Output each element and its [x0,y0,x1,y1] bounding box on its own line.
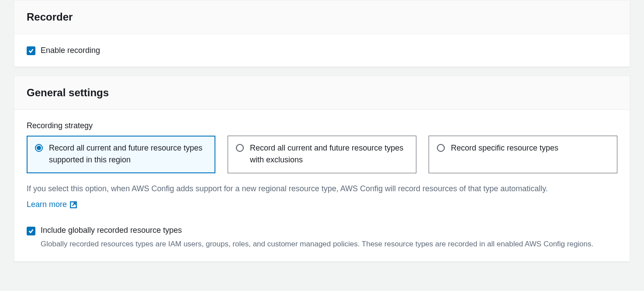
strategy-option-label: Record all current and future resource t… [250,142,408,166]
enable-recording-label: Enable recording [41,46,100,55]
radio-icon [35,144,43,152]
recorder-header: Recorder [14,0,630,34]
external-link-icon [69,201,77,209]
general-settings-title: General settings [27,87,617,99]
global-resources-label: Include globally recorded resource types [41,226,593,235]
strategy-help-text: If you select this option, when AWS Conf… [27,183,617,195]
global-resources-checkbox[interactable] [27,227,35,235]
recorder-body: Enable recording [14,34,630,67]
strategy-option-label: Record specific resource types [451,142,558,154]
global-resources-description: Globally recorded resources types are IA… [41,238,593,250]
radio-icon [437,144,445,152]
strategy-option-label: Record all current and future resource t… [49,142,207,166]
enable-recording-checkbox[interactable] [27,46,35,55]
check-icon [28,228,34,234]
general-settings-body: Recording strategy Record all current an… [14,110,630,261]
global-resources-text: Include globally recorded resource types… [41,226,593,250]
recorder-panel: Recorder Enable recording [14,0,630,67]
enable-recording-row[interactable]: Enable recording [27,46,617,55]
check-icon [28,48,34,54]
strategy-option-specific[interactable]: Record specific resource types [429,136,617,173]
global-resources-row[interactable]: Include globally recorded resource types… [27,226,617,250]
learn-more-link[interactable]: Learn more [27,200,77,209]
general-settings-header: General settings [14,76,630,110]
recording-strategy-label: Recording strategy [27,121,617,130]
learn-more-label: Learn more [27,200,67,209]
recorder-title: Recorder [27,11,617,23]
radio-icon [236,144,244,152]
global-resources-block: Include globally recorded resource types… [27,226,617,250]
recording-strategy-options: Record all current and future resource t… [27,136,617,173]
general-settings-panel: General settings Recording strategy Reco… [14,76,630,262]
strategy-option-with-exclusions[interactable]: Record all current and future resource t… [228,136,416,173]
strategy-option-all-supported[interactable]: Record all current and future resource t… [27,136,215,173]
